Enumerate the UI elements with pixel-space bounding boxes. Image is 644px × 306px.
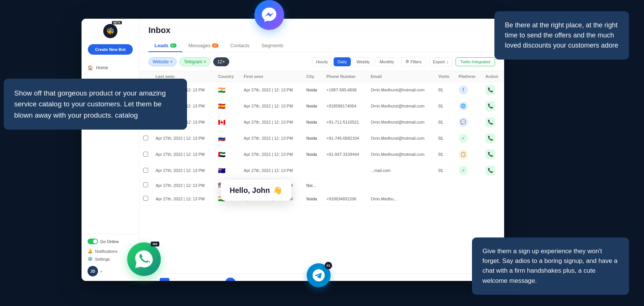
platform-icon: 📋 bbox=[459, 150, 468, 159]
platform-icon: f bbox=[459, 85, 468, 94]
phone-cell: +91-745-0682104 bbox=[323, 130, 367, 146]
action-cell: 📞 bbox=[482, 146, 504, 163]
page-06[interactable]: 06 bbox=[196, 278, 205, 281]
country-cell: 🇮🇳 bbox=[214, 82, 240, 98]
daily-button[interactable]: Daily bbox=[334, 57, 351, 66]
platform-cell bbox=[455, 179, 482, 192]
country-cell: 🇪🇸 bbox=[214, 98, 240, 114]
monthly-button[interactable]: Monthly bbox=[375, 57, 398, 66]
tab-messages[interactable]: Messages 67 bbox=[183, 40, 224, 52]
row-checkbox[interactable] bbox=[139, 130, 152, 146]
city-cell: Noida bbox=[303, 114, 323, 130]
go-online-row: Go Online bbox=[88, 239, 133, 244]
hello-popup: Hello, John 👋 bbox=[221, 180, 291, 201]
first-seen-cell: Apr 27th, 2022 | 12: 13 PM bbox=[240, 163, 303, 179]
platform-cell: ✓ bbox=[455, 130, 482, 146]
action-cell: 📞 bbox=[482, 82, 504, 98]
sidebar-home-label: Home bbox=[96, 65, 108, 70]
country-cell: 🇨🇦 bbox=[214, 114, 240, 130]
tab-segments[interactable]: Segments bbox=[255, 40, 289, 52]
first-seen-cell: Apr 27th, 2022 | 12: 13 PM bbox=[240, 130, 303, 146]
row-checkbox[interactable] bbox=[139, 179, 152, 192]
platform-icon: 🌐 bbox=[459, 102, 468, 110]
table-row: Apr 27th, 2022 | 12: 13 PM 🇷🇺 Apr 27th, … bbox=[139, 130, 504, 146]
messenger-circle bbox=[254, 0, 284, 30]
email-cell: Orrin.Medhurst@hotmail.com bbox=[367, 114, 435, 130]
call-button[interactable]: 📞 bbox=[485, 166, 495, 175]
inbox-title: Inbox bbox=[148, 25, 495, 35]
go-online-toggle[interactable] bbox=[88, 239, 98, 244]
export-button[interactable]: Export ↓ bbox=[429, 57, 453, 66]
row-checkbox[interactable] bbox=[139, 163, 152, 179]
col-country: Country bbox=[214, 71, 240, 82]
phone-cell: +91-711-5110521 bbox=[323, 114, 367, 130]
sidebar-item-home[interactable]: 🏠 Home bbox=[82, 62, 139, 73]
leads-table: Last seen Country First seen City Phone … bbox=[139, 71, 504, 206]
page-01[interactable]: 01 bbox=[160, 278, 169, 281]
city-cell: Noida bbox=[303, 98, 323, 114]
call-button[interactable]: 📞 bbox=[485, 149, 495, 159]
col-phone: Phone Number bbox=[323, 71, 367, 82]
notifications-label: Notifications bbox=[95, 249, 117, 254]
city-cell: Noida bbox=[303, 130, 323, 146]
hourly-button[interactable]: Hourly bbox=[312, 57, 332, 66]
action-cell: 📞 bbox=[482, 114, 504, 130]
sidebar-logo: 🐝 BETA bbox=[103, 24, 117, 38]
page-10[interactable]: 10 bbox=[213, 278, 223, 281]
top-right-description: Be there at the right place, at the righ… bbox=[494, 11, 629, 60]
chip-telegram[interactable]: Telegram × bbox=[180, 57, 210, 66]
twilio-button[interactable]: Twilio Integrated bbox=[456, 57, 495, 66]
call-button[interactable]: 📞 bbox=[485, 85, 495, 95]
left-description: Show off that gorgeous product or your a… bbox=[4, 79, 187, 130]
first-seen-cell: Apr 27th, 2022 | 12: 13 PM bbox=[240, 146, 303, 163]
filter-row: Website × Telegram × 12+ Hourly Daily We… bbox=[139, 52, 504, 71]
create-bot-button[interactable]: Create New Bot bbox=[88, 44, 133, 55]
chip-website[interactable]: Website × bbox=[148, 57, 177, 66]
row-checkbox[interactable] bbox=[139, 192, 152, 206]
beta-badge: BETA bbox=[112, 21, 122, 24]
first-seen-cell: Apr 27th, 2022 | 12: 13 PM bbox=[240, 98, 303, 114]
user-avatar[interactable]: JD bbox=[88, 266, 98, 276]
country-cell: 🇷🇺 bbox=[214, 130, 240, 146]
visits-cell bbox=[435, 179, 455, 192]
action-cell bbox=[482, 179, 504, 192]
telegram-icon-overlay: #1 bbox=[307, 263, 331, 287]
settings-item[interactable]: ⚙️ Settings bbox=[88, 255, 133, 263]
table-row: Apr 27th, 2022 | 12: 13 PM 🇺🇸 Apr 27th, … bbox=[139, 179, 504, 192]
col-visits: Visits bbox=[435, 71, 455, 82]
filter-icon: ⚙ bbox=[405, 59, 409, 64]
prev-page-button[interactable]: ‹ bbox=[148, 278, 157, 281]
next-page-button[interactable]: › bbox=[225, 278, 236, 281]
tabs-row: Leads 1+ Messages 67 Contacts Segments bbox=[148, 40, 495, 52]
home-icon: 🏠 bbox=[88, 65, 93, 70]
tab-leads[interactable]: Leads 1+ bbox=[148, 40, 183, 52]
table-row: Apr 27th, 2022 | 12: 13 PM 🇨🇦 Apr 27th, … bbox=[139, 114, 504, 130]
chip-more[interactable]: 12+ bbox=[213, 57, 229, 66]
weekly-button[interactable]: Weekly bbox=[352, 57, 374, 66]
time-buttons: Hourly Daily Weekly Monthly bbox=[312, 57, 398, 66]
page-05[interactable]: 05 bbox=[184, 278, 193, 281]
row-checkbox[interactable] bbox=[139, 146, 152, 163]
phone-cell: +918634691206 bbox=[323, 192, 367, 206]
bell-icon: 🔔 bbox=[88, 249, 93, 254]
platform-icon: 💬 bbox=[459, 118, 468, 127]
filters-button[interactable]: ⚙ Filters bbox=[401, 57, 426, 66]
main-window: 🐝 BETA Create New Bot 🏠 Home Go Online 🔔… bbox=[82, 19, 504, 281]
call-button[interactable]: 📞 bbox=[485, 133, 495, 143]
call-button[interactable]: 📞 bbox=[485, 101, 495, 111]
logo-icon: 🐝 BETA bbox=[103, 24, 117, 38]
city-cell: Noida bbox=[303, 146, 323, 163]
platform-cell: 💬 bbox=[455, 114, 482, 130]
avatar-chevron: ▾ bbox=[100, 269, 102, 273]
col-action: Action bbox=[482, 71, 504, 82]
tab-contacts[interactable]: Contacts bbox=[224, 40, 255, 52]
last-seen-cell: Apr 27th, 2022 | 12: 13 PM bbox=[152, 130, 214, 146]
platform-cell: ✓ bbox=[455, 163, 482, 179]
go-online-label: Go Online bbox=[100, 239, 119, 244]
call-button[interactable]: 📞 bbox=[485, 117, 495, 127]
page-dots: ... bbox=[208, 281, 211, 281]
telegram-badge: #1 bbox=[325, 262, 332, 269]
col-first-seen: First seen bbox=[240, 71, 303, 82]
notifications-item[interactable]: 🔔 Notifications bbox=[88, 247, 133, 255]
page-04[interactable]: 04 bbox=[172, 278, 181, 281]
